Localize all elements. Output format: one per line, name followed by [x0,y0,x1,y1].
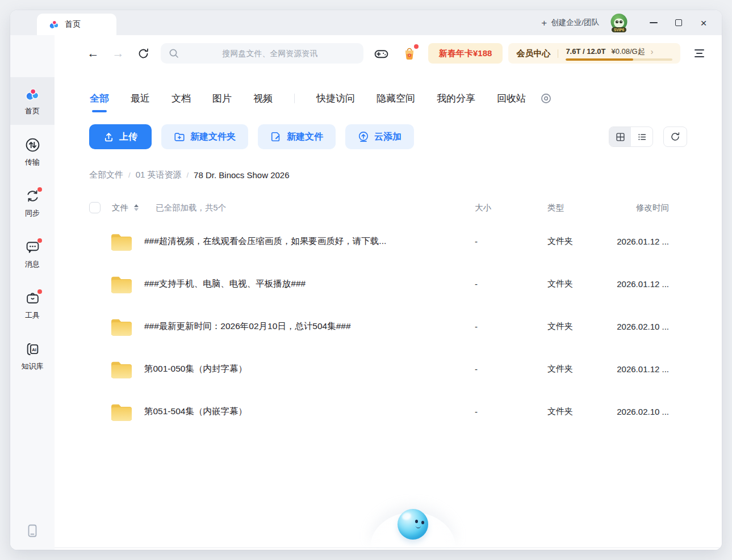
notification-dot [37,187,42,192]
file-size: - [475,322,537,331]
maximize-button[interactable] [666,10,691,35]
forward-button[interactable]: → [110,45,127,62]
mobile-app-button[interactable] [10,524,55,538]
transfer-icon [25,137,40,153]
minimize-button[interactable] [641,10,666,35]
table-row[interactable]: ###超清视频，在线观看会压缩画质，如果要画质好，请下载... - 文件夹 20… [89,220,669,263]
file-name: 第001-050集（内封字幕） [144,363,247,375]
tab-8[interactable]: 我的分享 [437,92,475,105]
file-name-cell[interactable]: ###超清视频，在线观看会压缩画质，如果要画质好，请下载... [89,232,475,251]
new-folder-label: 新建文件夹 [190,131,236,143]
upload-button[interactable]: 上传 [89,124,152,149]
main-menu-button[interactable] [695,49,704,57]
back-button[interactable]: ← [85,45,102,62]
folder-icon [110,232,133,251]
file-name-cell[interactable]: ###支持手机、电脑、电视、平板播放### [89,275,475,294]
tab-1[interactable]: 全部 [90,92,109,105]
file-name-cell[interactable]: 第051-504集（内嵌字幕） [89,402,475,422]
file-size: - [475,364,537,374]
search-box[interactable] [161,43,363,64]
breadcrumb-separator: / [186,171,189,179]
phone-icon [26,524,39,538]
tab-2[interactable]: 最近 [131,92,150,105]
file-name: ###最新更新时间：2026年02月10日，总计504集### [144,321,351,332]
user-avatar[interactable]: SVIP6 [609,13,629,32]
sidebar-item-transfer[interactable]: 传输 [10,128,55,176]
folder-icon [110,317,133,336]
table-row[interactable]: ###最新更新时间：2026年02月10日，总计504集### - 文件夹 20… [89,305,669,348]
breadcrumb: 全部文件/01 英语资源/78 Dr. Binocs Show 2026 [55,170,722,180]
refresh-page-button[interactable] [135,45,152,62]
gift-center-button[interactable] [400,44,419,63]
search-input[interactable] [185,49,355,58]
file-mtime: 2026.01.12 ... [611,237,669,246]
sidebar-item-knowledge[interactable]: AI 知识库 [10,332,55,380]
file-mtime: 2026.01.12 ... [611,364,669,374]
assistant-mascot[interactable] [398,509,428,540]
divider [558,49,558,58]
cloud-add-label: 云添加 [374,131,401,143]
file-name: ###超清视频，在线观看会压缩画质，如果要画质好，请下载... [144,235,386,247]
new-year-card-button[interactable]: 新春年卡¥188 [428,43,503,64]
main-content: ← → [55,35,722,550]
file-name: 第051-504集（内嵌字幕） [144,406,247,418]
quota-price: ¥0.08/G起 [611,47,645,57]
file-type: 文件夹 [537,321,611,332]
tab-6[interactable]: 快捷访问 [316,92,355,105]
app-window: 首页 + 创建企业/团队 SVIP6 × [10,10,722,550]
new-file-button[interactable]: 新建文件 [258,124,336,149]
table-row[interactable]: 第001-050集（内封字幕） - 文件夹 2026.01.12 ... [89,348,669,390]
tab-3[interactable]: 文档 [172,92,191,105]
refresh-icon [137,48,149,60]
tab-4[interactable]: 图片 [212,92,232,105]
grid-view-button[interactable] [609,127,631,146]
file-type: 文件夹 [537,364,611,374]
file-name-cell[interactable]: ###最新更新时间：2026年02月10日，总计504集### [89,317,475,336]
breadcrumb-item[interactable]: 01 英语资源 [136,170,182,180]
sidebar-item-home[interactable]: 首页 [10,77,55,125]
breadcrumb-item[interactable]: 全部文件 [89,170,123,180]
table-row[interactable]: 第051-504集（内嵌字幕） - 文件夹 2026.02.10 ... [89,390,669,433]
sidebar-item-sync[interactable]: 同步 [10,179,55,227]
divider [55,548,722,548]
breadcrumb-item: 78 Dr. Binocs Show 2026 [194,170,289,180]
locate-current-folder-button[interactable] [541,93,551,104]
list-view-button[interactable] [631,127,652,146]
new-file-icon [270,131,282,142]
file-mtime: 2026.02.10 ... [611,407,669,416]
tab-9[interactable]: 回收站 [497,92,526,105]
new-folder-icon [174,131,185,142]
maximize-icon [675,19,682,26]
games-button[interactable] [371,44,391,63]
file-type: 文件夹 [537,279,611,289]
netdisk-logo-icon [48,19,60,30]
member-center-button[interactable]: 会员中心 7.6T / 12.0T ¥0.08/G起 › [508,43,680,64]
quota-bar [566,58,672,61]
close-icon: × [700,18,706,28]
file-name-cell[interactable]: 第001-050集（内封字幕） [89,360,475,379]
chevron-right-icon: › [651,47,654,56]
home-tab[interactable]: 首页 [37,14,116,35]
close-button[interactable]: × [691,10,716,35]
table-row[interactable]: ###支持手机、电脑、电视、平板播放### - 文件夹 2026.01.12 .… [89,263,669,305]
notification-dot [37,238,42,243]
tab-title: 首页 [65,19,81,30]
tab-5[interactable]: 视频 [253,92,273,105]
new-folder-button[interactable]: 新建文件夹 [161,124,248,149]
sort-toggle[interactable] [134,204,139,212]
sidebar-label: 首页 [25,106,40,116]
sidebar-label: 同步 [25,208,40,218]
cloud-add-button[interactable]: 云添加 [345,124,414,149]
refresh-list-button[interactable] [663,127,687,147]
toolbar: ← → [55,40,722,66]
file-type: 文件夹 [537,406,611,417]
create-team-button[interactable]: + 创建企业/团队 [541,18,599,28]
file-size: - [475,237,537,246]
sidebar-item-tools[interactable]: 工具 [10,281,55,329]
sidebar-item-messages[interactable]: 消息 [10,230,55,278]
storage-quota[interactable]: 7.6T / 12.0T ¥0.08/G起 › [566,47,672,61]
file-mtime: 2026.01.12 ... [611,279,669,289]
file-table: 文件 已全部加载，共5个 大小 类型 修改时间 ### [55,201,722,433]
tab-7[interactable]: 隐藏空间 [377,92,415,105]
select-all-checkbox[interactable] [89,202,101,213]
